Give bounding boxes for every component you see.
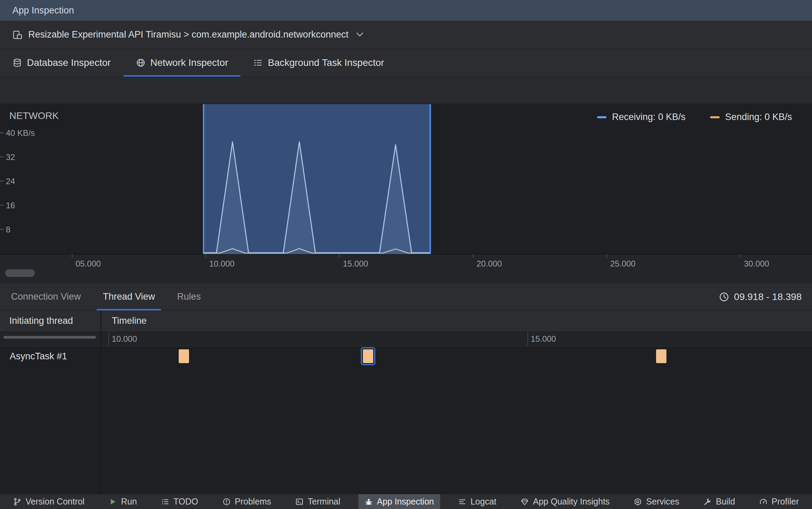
- network-chart-panel: 05.00010.00015.00020.00025.00030.00040 K…: [0, 103, 812, 283]
- tool-button-version-control[interactable]: Version Control: [7, 494, 91, 509]
- tool-button-label: Logcat: [471, 497, 496, 507]
- svg-text:16: 16: [6, 201, 15, 210]
- database-icon: [12, 58, 22, 68]
- thread-table-body: AsyncTask #1: [0, 346, 812, 494]
- svg-text:40 KB/s: 40 KB/s: [6, 128, 35, 138]
- inspector-tab-bar: Database Inspector Network Inspector Bac…: [0, 49, 812, 77]
- tool-button-label: TODO: [174, 497, 198, 507]
- subtab-label: Rules: [177, 291, 201, 302]
- window-title: App Inspection: [12, 5, 74, 16]
- inspector-toolbar: [0, 77, 812, 103]
- tool-button-label: Problems: [235, 497, 271, 507]
- tool-button-problems[interactable]: Problems: [216, 494, 278, 509]
- thread-row-timeline[interactable]: [101, 346, 812, 494]
- tool-button-label: Run: [121, 497, 137, 507]
- insights-icon: [521, 498, 529, 506]
- tool-button-label: App Inspection: [377, 497, 434, 507]
- tool-button-app-quality-insights[interactable]: App Quality Insights: [514, 494, 616, 509]
- globe-icon: [136, 58, 146, 68]
- timeline-block-selected[interactable]: [361, 347, 375, 365]
- clock-icon: [719, 292, 729, 302]
- task-list-icon: [253, 58, 263, 68]
- thread-column: AsyncTask #1: [0, 346, 101, 494]
- app-inspection-icon: [365, 498, 373, 506]
- tool-button-terminal[interactable]: Terminal: [289, 494, 346, 509]
- process-label: Resizable Experimental API Tiramisu > co…: [28, 29, 348, 40]
- terminal-icon: [295, 498, 304, 506]
- svg-text:24: 24: [6, 177, 15, 186]
- tool-button-todo[interactable]: TODO: [155, 494, 205, 509]
- receiving-swatch-icon: [597, 116, 606, 118]
- svg-text:05.000: 05.000: [76, 259, 101, 268]
- tool-button-run[interactable]: Run: [102, 494, 143, 509]
- chart-scrollbar[interactable]: [5, 269, 35, 277]
- tab-connection-view[interactable]: Connection View: [0, 283, 92, 310]
- tab-label: Database Inspector: [27, 57, 111, 68]
- services-icon: [634, 498, 642, 506]
- build-icon: [703, 498, 712, 506]
- process-selector[interactable]: Resizable Experimental API Tiramisu > co…: [0, 21, 812, 49]
- detail-tab-bar: Connection View Thread View Rules 09.918…: [0, 283, 812, 310]
- timeline-tick: [527, 332, 528, 346]
- legend-receiving: Receiving: 0 KB/s: [597, 112, 685, 122]
- subtab-label: Thread View: [103, 291, 155, 302]
- thread-row-label[interactable]: AsyncTask #1: [0, 346, 100, 366]
- legend-sending-label: Sending: 0 KB/s: [725, 112, 792, 122]
- network-event-block: [363, 349, 373, 363]
- subtab-label: Connection View: [11, 291, 81, 302]
- tab-label: Background Task Inspector: [268, 57, 384, 68]
- tool-button-label: Build: [716, 497, 735, 507]
- branch-icon: [13, 498, 21, 506]
- tool-button-profiler[interactable]: Profiler: [753, 494, 805, 509]
- problems-icon: [222, 498, 231, 506]
- svg-text:20.000: 20.000: [477, 259, 502, 268]
- tool-button-label: Terminal: [308, 497, 340, 507]
- thread-table-header: Initiating thread Timeline: [0, 310, 812, 332]
- profiler-icon: [759, 498, 768, 506]
- tab-rules[interactable]: Rules: [166, 283, 212, 310]
- tool-button-label: App Quality Insights: [533, 497, 610, 507]
- logcat-icon: [458, 498, 466, 506]
- network-usage-chart[interactable]: 05.00010.00015.00020.00025.00030.00040 K…: [0, 103, 812, 283]
- app-inspection-window: App Inspection Resizable Experimental AP…: [0, 0, 812, 509]
- svg-text:30.000: 30.000: [744, 259, 769, 268]
- tab-label: Network Inspector: [150, 57, 228, 68]
- resizable-device-icon: [12, 30, 23, 40]
- tab-network-inspector[interactable]: Network Inspector: [123, 49, 241, 76]
- todo-icon: [161, 498, 169, 506]
- tab-database-inspector[interactable]: Database Inspector: [0, 49, 123, 76]
- time-range-value: 09.918 - 18.398: [734, 291, 802, 302]
- tab-thread-view[interactable]: Thread View: [92, 283, 166, 310]
- tool-button-label: Version Control: [26, 497, 85, 507]
- thread-column-scale-cell: [0, 332, 101, 346]
- tab-background-task-inspector[interactable]: Background Task Inspector: [240, 49, 396, 76]
- timeline-tick-label: 15.000: [531, 334, 556, 344]
- timeline-block[interactable]: [656, 349, 666, 363]
- tool-button-label: Services: [646, 497, 679, 507]
- tool-button-app-inspection[interactable]: App Inspection: [358, 494, 440, 509]
- tool-button-logcat[interactable]: Logcat: [452, 494, 503, 509]
- sending-swatch-icon: [710, 116, 720, 118]
- svg-text:25.000: 25.000: [610, 259, 635, 268]
- timeline-tick-label: 10.000: [112, 334, 137, 344]
- chevron-down-icon: [356, 32, 364, 38]
- svg-text:32: 32: [6, 152, 15, 162]
- legend-sending: Sending: 0 KB/s: [710, 112, 792, 122]
- thread-column-scrollbar[interactable]: [3, 336, 96, 339]
- window-titlebar: App Inspection: [0, 0, 812, 21]
- timeline-scale: 10.00015.000: [101, 332, 812, 346]
- chart-legend: Receiving: 0 KB/s Sending: 0 KB/s: [597, 112, 792, 122]
- svg-text:15.000: 15.000: [343, 259, 368, 268]
- column-header-timeline: Timeline: [101, 310, 812, 331]
- svg-text:10.000: 10.000: [209, 259, 235, 268]
- tool-button-build[interactable]: Build: [697, 494, 741, 509]
- run-icon: [109, 498, 117, 506]
- tool-window-bar: Version ControlRunTODOProblemsTerminalAp…: [0, 494, 812, 509]
- legend-receiving-label: Receiving: 0 KB/s: [612, 112, 685, 122]
- chart-title: NETWORK: [9, 110, 59, 121]
- timeline-tick: [108, 332, 109, 346]
- column-header-initiating-thread: Initiating thread: [0, 310, 101, 331]
- timeline-block[interactable]: [179, 349, 189, 363]
- svg-text:8: 8: [6, 225, 10, 234]
- tool-button-services[interactable]: Services: [627, 494, 685, 509]
